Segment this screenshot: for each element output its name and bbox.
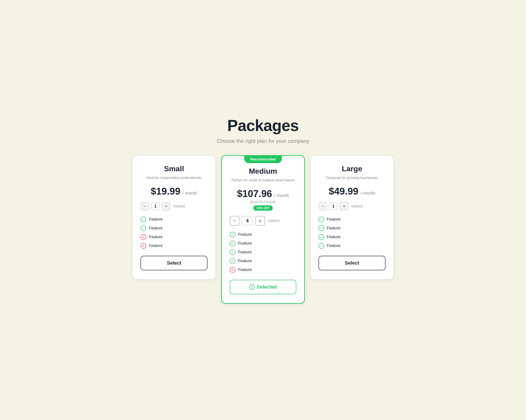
qty-minus-large[interactable]: − [319,202,327,210]
price-period-small: / month [182,191,197,195]
check-icon-large-1: ✓ [319,225,324,231]
qty-label-small: User(s) [173,204,185,208]
feature-label-small-0: Feature [149,217,162,222]
features-list-medium: ✓ Feature ✓ Feature ✓ Feature ✓ Feature … [230,232,296,273]
recommended-badge: Recommended [244,156,282,163]
feature-label-medium-0: Feature [238,232,252,237]
price-amount-large: $49.99 [329,186,358,196]
check-icon-medium-1: ✓ [230,241,235,246]
price-main-small: $19.99 / month [141,186,207,197]
qty-minus-medium[interactable]: − [230,216,239,226]
qty-label-large: User(s) [351,204,363,208]
qty-plus-large[interactable]: + [340,202,348,210]
check-icon-small-1: ✓ [141,225,146,231]
select-button-small[interactable]: Select [141,256,207,270]
feature-item-medium-2: ✓ Feature [230,249,296,255]
feature-label-small-2: Feature [149,235,162,239]
select-button-label-small: Select [167,260,181,266]
qty-plus-medium[interactable]: + [255,216,265,226]
feature-label-large-1: Feature [327,226,341,230]
quantity-row-large: − 1 + User(s) [319,202,385,210]
price-block-small: $19.99 / month [141,186,207,197]
plan-card-large: LargeDesigned for growing businesses $49… [310,155,394,280]
select-button-medium[interactable]: ✓ Selected [230,280,296,294]
page-title: Packages [217,117,309,135]
price-amount-medium: $107.96 [237,188,272,199]
feature-item-medium-3: ✓ Feature [230,258,296,264]
price-block-medium: $107.96 / month $119.96 / month10% OFF [230,188,296,211]
check-icon-large-2: ✓ [319,234,324,240]
cards-container: SmallIdeal for independent professionals… [131,155,395,304]
feature-label-large-2: Feature [327,235,341,239]
features-list-small: ✓ Feature ✓ Feature ✕ Feature ✕ Feature [141,217,207,249]
price-period-large: / month [361,191,375,195]
qty-value-small: 1 [151,202,160,210]
feature-item-medium-1: ✓ Feature [230,241,296,246]
feature-label-small-1: Feature [149,226,162,230]
feature-label-medium-4: Feature [238,267,252,272]
feature-item-large-1: ✓ Feature [319,225,385,231]
qty-label-medium: User(s) [268,219,280,223]
page-header: Packages Choose the right plan for your … [217,117,309,144]
feature-item-small-2: ✕ Feature [141,234,207,240]
price-amount-small: $19.99 [151,186,180,196]
plan-card-small: SmallIdeal for independent professionals… [132,155,216,280]
select-button-label-large: Select [345,260,359,266]
x-icon-small-3: ✕ [141,243,146,249]
quantity-row-medium: − 4 + User(s) [230,216,296,226]
price-period-medium: / month [274,193,289,198]
qty-plus-small[interactable]: + [162,202,170,210]
price-original-medium: $119.96 / month [230,200,296,204]
feature-item-small-1: ✓ Feature [141,225,207,231]
plan-name-large: Large [319,165,385,173]
feature-label-large-0: Feature [327,217,341,222]
feature-label-large-3: Feature [327,244,341,248]
feature-item-medium-0: ✓ Feature [230,232,296,237]
plan-description-medium: Perfect for small to medium-sized teams [230,178,296,183]
x-icon-small-2: ✕ [141,234,146,240]
price-main-medium: $107.96 / month [230,188,296,199]
feature-label-medium-3: Feature [238,259,252,263]
x-icon-medium-4: ✕ [230,267,235,273]
feature-label-medium-1: Feature [238,241,252,246]
check-icon-large-3: ✓ [319,243,324,249]
feature-item-small-0: ✓ Feature [141,217,207,222]
discount-badge-medium: 10% OFF [253,205,273,211]
plan-name-medium: Medium [230,167,296,176]
plan-description-large: Designed for growing businesses [319,175,385,180]
plan-description-small: Ideal for independent professionals [141,175,207,180]
check-icon-large-0: ✓ [319,217,324,222]
select-button-label-medium: Selected [257,284,277,290]
feature-item-medium-4: ✕ Feature [230,267,296,273]
selected-check-icon-medium: ✓ [249,284,255,290]
feature-item-small-3: ✕ Feature [141,243,207,249]
check-icon-small-0: ✓ [141,217,146,222]
plan-name-small: Small [141,165,207,173]
feature-item-large-3: ✓ Feature [319,243,385,249]
check-icon-medium-3: ✓ [230,258,235,264]
page-subtitle: Choose the right plan for your company [217,138,309,144]
feature-label-medium-2: Feature [238,250,252,254]
feature-label-small-3: Feature [149,244,162,248]
feature-item-large-2: ✓ Feature [319,234,385,240]
check-icon-medium-0: ✓ [230,232,235,237]
price-main-large: $49.99 / month [319,186,385,197]
plan-card-medium: RecommendedMediumPerfect for small to me… [221,155,305,304]
feature-item-large-0: ✓ Feature [319,217,385,222]
qty-minus-small[interactable]: − [141,202,149,210]
qty-value-large: 1 [329,202,338,210]
quantity-row-small: − 1 + User(s) [141,202,207,210]
price-block-large: $49.99 / month [319,186,385,197]
qty-value-medium: 4 [242,216,253,225]
features-list-large: ✓ Feature ✓ Feature ✓ Feature ✓ Feature [319,217,385,249]
check-icon-medium-2: ✓ [230,249,235,255]
select-button-large[interactable]: Select [319,256,385,270]
